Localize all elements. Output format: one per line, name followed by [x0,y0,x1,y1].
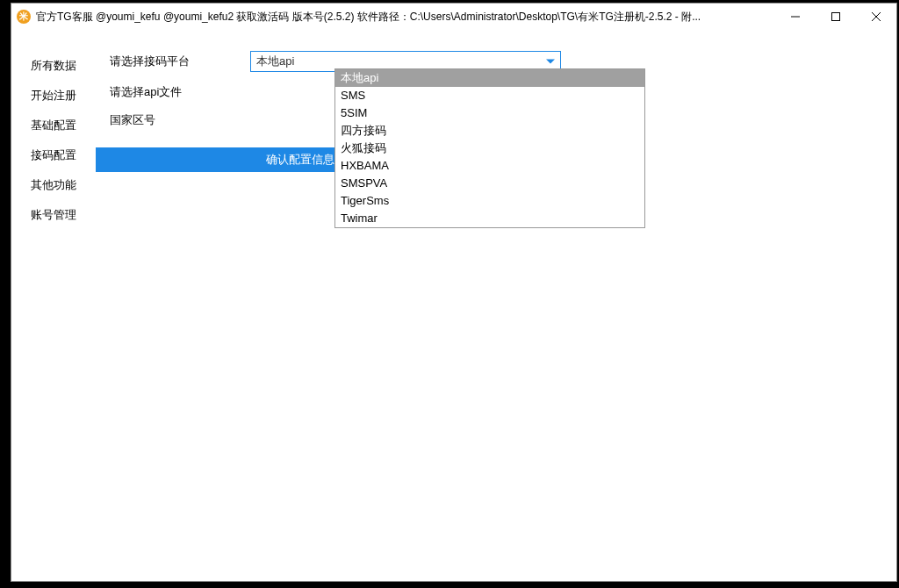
sidebar-item-other-features[interactable]: 其他功能 [11,170,96,200]
confirm-config-label: 确认配置信息 [266,152,334,168]
dropdown-option-sms[interactable]: SMS [335,87,644,104]
maximize-button[interactable] [816,4,856,30]
svg-rect-1 [832,13,840,21]
sidebar-item-account-manage[interactable]: 账号管理 [11,200,96,230]
sidebar-item-sms-config[interactable]: 接码配置 [11,140,96,170]
minimize-button[interactable] [775,4,816,30]
sidebar-item-basic-config[interactable]: 基础配置 [11,111,96,140]
dropdown-option-huohu[interactable]: 火狐接码 [335,140,644,157]
dropdown-option-sifang[interactable]: 四方接码 [335,122,644,140]
window-controls [775,4,896,30]
content-area: 所有数据 开始注册 基础配置 接码配置 其他功能 账号管理 请选择接码平台 本地… [11,30,896,581]
sidebar-item-start-register[interactable]: 开始注册 [11,81,96,111]
platform-dropdown-list: 本地api SMS 5SIM 四方接码 火狐接码 HXBAMA SMSPVA T… [334,68,645,228]
dropdown-option-twimar[interactable]: Twimar [335,210,644,227]
platform-select-value: 本地api [256,54,294,69]
titlebar: 米 官方TG客服 @youmi_kefu @youmi_kefu2 获取激活码 … [11,4,896,30]
chevron-down-icon [546,60,555,64]
sidebar: 所有数据 开始注册 基础配置 接码配置 其他功能 账号管理 [11,30,96,581]
close-button[interactable] [856,4,896,30]
dropdown-option-local-api[interactable]: 本地api [335,69,644,87]
api-file-label: 请选择api文件 [110,84,250,100]
country-code-label: 国家区号 [110,112,250,128]
app-window: 米 官方TG客服 @youmi_kefu @youmi_kefu2 获取激活码 … [11,3,897,582]
sidebar-item-all-data[interactable]: 所有数据 [11,51,96,81]
main-panel: 请选择接码平台 本地api 请选择api文件 国家区号 确认配置信息 本地api… [96,30,896,581]
dropdown-option-tigersms[interactable]: TigerSms [335,192,644,210]
dropdown-option-hxbama[interactable]: HXBAMA [335,157,644,175]
platform-label: 请选择接码平台 [110,54,250,69]
dropdown-option-5sim[interactable]: 5SIM [335,104,644,122]
app-icon: 米 [17,10,31,24]
window-title: 官方TG客服 @youmi_kefu @youmi_kefu2 获取激活码 版本… [36,10,775,25]
dropdown-option-smspva[interactable]: SMSPVA [335,175,644,192]
confirm-config-button[interactable]: 确认配置信息 [96,147,334,172]
